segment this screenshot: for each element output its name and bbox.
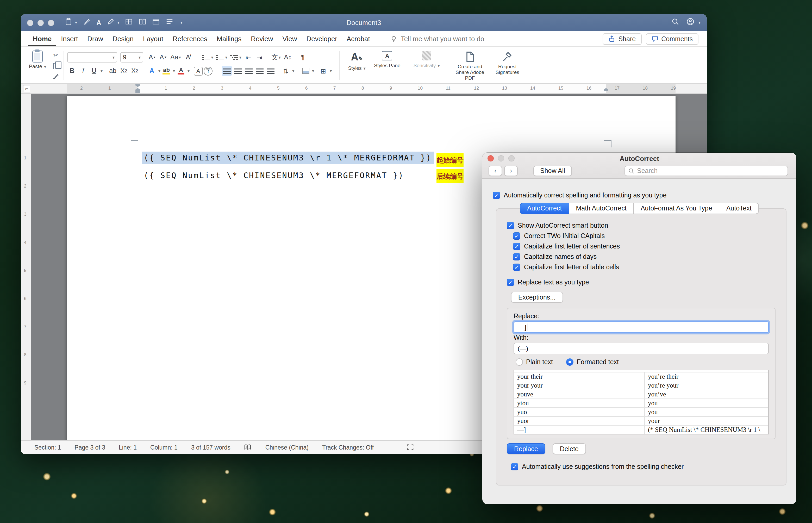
align-left-button[interactable] [222, 66, 232, 76]
tab-math-autocorrect[interactable]: Math AutoCorrect [569, 203, 634, 214]
justify-button[interactable] [255, 66, 264, 76]
field-code-line-2[interactable]: ({ SEQ NumList \* CHINESENUM3 \* MERGEFO… [144, 171, 404, 180]
selected-field-code[interactable]: ({ SEQ NumList \* CHINESENUM3 \r 1 \* ME… [142, 151, 434, 164]
comments-button[interactable]: Comments [646, 33, 699, 44]
customize-toolbar-chevron-icon[interactable]: ▾ [181, 20, 183, 25]
share-button[interactable]: Share [603, 33, 642, 44]
with-input[interactable]: (—) [514, 343, 769, 354]
replace-input[interactable]: —] [514, 321, 769, 333]
increase-indent-button[interactable]: ⇥ [255, 52, 264, 62]
asian-layout-button[interactable]: 文▾ [271, 52, 282, 62]
table-row[interactable]: youveyou’ve [514, 390, 768, 399]
highlighted-note-start[interactable]: 起始编号 [437, 153, 464, 167]
exceptions-button[interactable]: Exceptions... [511, 292, 563, 303]
status-section[interactable]: Section: 1 [34, 444, 61, 451]
tab-selector[interactable]: ⌐ [23, 85, 30, 92]
tab-autotext[interactable]: AutoText [720, 203, 759, 214]
forward-button[interactable]: › [504, 165, 518, 176]
status-language[interactable]: Chinese (China) [265, 444, 309, 451]
menu-tab-references[interactable]: References [168, 32, 212, 46]
subscript-button[interactable]: X2 [119, 66, 129, 76]
table-row[interactable]: your theiryou’re their [514, 373, 768, 381]
minimize-button[interactable] [37, 20, 44, 26]
styles-button[interactable]: A✎ Styles ▾ [343, 49, 371, 82]
auto-correct-master-checkbox[interactable]: ✓ Automatically correct spelling and for… [493, 190, 666, 201]
zoom-button[interactable] [48, 20, 54, 26]
replace-text-checkbox[interactable]: ✓ Replace text as you type [507, 277, 776, 288]
search-icon[interactable] [671, 18, 679, 28]
menu-tab-insert[interactable]: Insert [56, 32, 82, 46]
sort-button[interactable]: A↕ [283, 52, 293, 62]
show-paragraph-marks-button[interactable]: ¶ [298, 52, 308, 62]
cut-button[interactable]: ✂ [51, 51, 60, 60]
h-ruler[interactable]: 2112345678910111213141516171819 [67, 84, 676, 93]
option-checkbox[interactable]: ✓Show AutoCorrect smart button [507, 220, 776, 231]
distribute-button[interactable] [266, 66, 276, 76]
table-row[interactable]: yuoyou [514, 408, 768, 417]
underline-button[interactable]: U [89, 66, 99, 76]
tab-autoformat-as-you-type[interactable]: AutoFormat As You Type [634, 203, 720, 214]
table-row[interactable]: ytouyou [514, 399, 768, 408]
field-code-line-selected[interactable]: ({ SEQ NumList \* CHINESENUM3 \r 1 \* ME… [142, 153, 434, 163]
superscript-button[interactable]: X2 [130, 66, 140, 76]
menu-tab-layout[interactable]: Layout [138, 32, 168, 46]
highlight-color-button[interactable]: ab [162, 66, 171, 76]
replace-table[interactable]: your theiryou’re theiryour youryou’re yo… [514, 370, 769, 434]
proofing-status-icon[interactable] [244, 444, 252, 451]
character-border-button[interactable]: A [194, 67, 203, 75]
menu-tab-view[interactable]: View [278, 32, 302, 46]
font-name-combo[interactable]: ▾ [67, 52, 117, 62]
option-checkbox[interactable]: ✓Capitalize first letter of table cells [513, 262, 776, 272]
table-qat-icon[interactable] [125, 18, 133, 28]
lines-qat-icon[interactable] [166, 18, 174, 28]
formatted-text-radio[interactable]: Formatted text [567, 358, 619, 366]
multilevel-list-button[interactable]: ▾ [229, 52, 242, 62]
spelling-suggestions-checkbox[interactable]: ✓ Automatically use suggestions from the… [511, 462, 776, 472]
focus-mode-icon[interactable] [406, 444, 414, 451]
show-all-button[interactable]: Show All [533, 165, 572, 176]
status-word-count[interactable]: 3 of 157 words [191, 444, 230, 451]
close-button[interactable] [27, 20, 33, 26]
decrease-indent-button[interactable]: ⇤ [243, 52, 253, 62]
left-indent-marker[interactable] [135, 90, 140, 93]
plain-text-radio[interactable]: Plain text [516, 358, 553, 366]
dialog-search-field[interactable]: Search [625, 165, 788, 176]
request-signatures-button[interactable]: Request Signatures [490, 49, 524, 82]
menu-tab-acrobat[interactable]: Acrobat [342, 32, 375, 46]
tell-me-box[interactable]: Tell me what you want to do [390, 35, 484, 43]
replace-button[interactable]: Replace [507, 443, 545, 454]
align-right-button[interactable] [244, 66, 254, 76]
table-row[interactable]: yuoryour [514, 417, 768, 426]
table-row[interactable]: your youryou’re your [514, 381, 768, 390]
adobe-pdf-button[interactable]: Create and Share Adobe PDF [449, 49, 490, 82]
menu-tab-mailings[interactable]: Mailings [212, 32, 246, 46]
font-color-button[interactable]: A [176, 66, 186, 76]
sensitivity-button[interactable]: Sensitivity ▾ [410, 49, 443, 82]
menu-tab-design[interactable]: Design [108, 32, 138, 46]
back-button[interactable]: ‹ [488, 165, 502, 176]
menu-tab-draw[interactable]: Draw [82, 32, 108, 46]
numbering-button[interactable]: ▾ [215, 52, 228, 62]
window-qat-icon[interactable] [152, 18, 160, 28]
option-checkbox[interactable]: ✓Correct TWo INitial CApitals [513, 231, 776, 241]
bold-button[interactable]: B [67, 66, 77, 76]
italic-button[interactable]: I [78, 66, 88, 76]
pen-qat-icon[interactable] [107, 18, 115, 28]
option-checkbox[interactable]: ✓Capitalize names of days [513, 252, 776, 262]
text-effects-button[interactable]: A [147, 66, 157, 76]
font-qat-icon[interactable]: A [96, 19, 101, 26]
borders-button[interactable]: ⊞ [318, 66, 328, 76]
copy-button[interactable] [51, 61, 60, 70]
tab-autocorrect[interactable]: AutoCorrect [520, 203, 569, 214]
table-row[interactable]: —](* SEQ NumList \* CHINESENUM3 \r 1 \ [514, 426, 768, 434]
shrink-font-button[interactable]: A▼ [158, 52, 168, 62]
change-case-button[interactable]: Aa▾ [169, 52, 182, 62]
status-track-changes[interactable]: Track Changes: Off [322, 444, 374, 451]
align-center-button[interactable] [233, 66, 243, 76]
clear-formatting-button[interactable]: A̸ [183, 52, 193, 62]
option-checkbox[interactable]: ✓Capitalize first letter of sentences [513, 241, 776, 252]
styles-pane-button[interactable]: A Styles Pane [371, 49, 403, 82]
paste-button[interactable]: Paste ▾ [26, 49, 49, 82]
format-painter-qat-icon[interactable] [83, 18, 91, 28]
highlighted-note-follow[interactable]: 后续编号 [437, 169, 464, 183]
